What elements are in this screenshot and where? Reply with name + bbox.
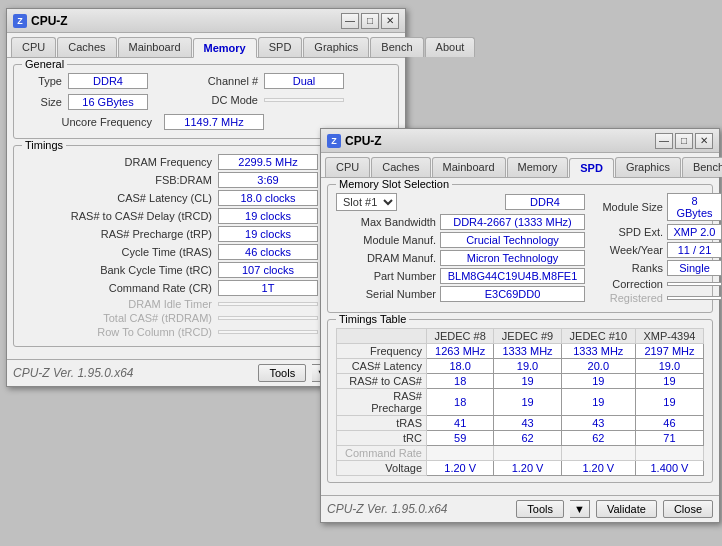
rascas-label: RAS# to CAS# — [337, 374, 427, 389]
tab-cpu-1[interactable]: CPU — [11, 37, 56, 57]
voltage-row: Voltage 1.20 V 1.20 V 1.20 V 1.400 V — [337, 461, 704, 476]
tab-graphics-1[interactable]: Graphics — [303, 37, 369, 57]
rascas-xmp: 19 — [635, 374, 703, 389]
correction-label: Correction — [593, 278, 663, 290]
row-to-col-value — [218, 330, 318, 334]
app-icon-2: Z — [327, 134, 341, 148]
minimize-btn-1[interactable]: — — [341, 13, 359, 29]
tab-spd-1[interactable]: SPD — [258, 37, 303, 57]
tab-mainboard-2[interactable]: Mainboard — [432, 157, 506, 177]
tab-caches-1[interactable]: Caches — [57, 37, 116, 57]
window-controls-1: — □ ✕ — [341, 13, 399, 29]
ranks-label: Ranks — [593, 262, 663, 274]
type-value: DDR4 — [68, 73, 148, 89]
registered-row: Registered — [593, 292, 722, 304]
col-header-jedec8: JEDEC #8 — [427, 329, 494, 344]
part-value: BLM8G44C19U4B.M8FE1 — [440, 268, 585, 284]
module-manuf-label: Module Manuf. — [336, 234, 436, 246]
close-btn-2[interactable]: ✕ — [695, 133, 713, 149]
freq-jedec8: 1263 MHz — [427, 344, 494, 359]
cl-jedec9: 19.0 — [494, 359, 561, 374]
window-controls-2: — □ ✕ — [655, 133, 713, 149]
rp-xmp: 19 — [635, 389, 703, 416]
close-btn-1[interactable]: ✕ — [381, 13, 399, 29]
channel-value: Dual — [264, 73, 344, 89]
slot-selector-row: Slot #1 Slot #2 Slot #3 Slot #4 DDR4 — [336, 193, 585, 211]
trc-label: Bank Cycle Time (tRC) — [22, 264, 212, 276]
spd-ext-label: SPD Ext. — [593, 226, 663, 238]
voltage-xmp: 1.400 V — [635, 461, 703, 476]
type-label: Type — [22, 75, 62, 87]
slot-type-value: DDR4 — [505, 194, 585, 210]
tab-graphics-2[interactable]: Graphics — [615, 157, 681, 177]
week-year-row: Week/Year 11 / 21 — [593, 242, 722, 258]
tab-memory-2[interactable]: Memory — [507, 157, 569, 177]
cr-jedec10 — [561, 446, 635, 461]
cr-row-t: Command Rate — [337, 446, 704, 461]
fsb-value: 3:69 — [218, 172, 318, 188]
tab-spd-2[interactable]: SPD — [569, 158, 614, 178]
title-bar-2: Z CPU-Z — □ ✕ — [321, 129, 719, 153]
window-title-2: CPU-Z — [345, 134, 382, 148]
registered-value — [667, 296, 722, 300]
spd-ext-value: XMP 2.0 — [667, 224, 722, 240]
voltage-jedec10: 1.20 V — [561, 461, 635, 476]
minimize-btn-2[interactable]: — — [655, 133, 673, 149]
tras-jedec9: 43 — [494, 416, 561, 431]
type-row: Type DDR4 — [22, 73, 148, 89]
tools-btn-1[interactable]: Tools — [258, 364, 306, 382]
close-btn-bottom-2[interactable]: Close — [663, 500, 713, 518]
trc-jedec8: 59 — [427, 431, 494, 446]
timings-label: Timings — [22, 139, 66, 151]
tab-cpu-2[interactable]: CPU — [325, 157, 370, 177]
slot-group: Memory Slot Selection Slot #1 Slot #2 Sl… — [327, 184, 713, 313]
validate-btn-2[interactable]: Validate — [596, 500, 657, 518]
idle-timer-value — [218, 302, 318, 306]
row-to-col-label: Row To Column (tRCD) — [22, 326, 212, 338]
tab-bar-1: CPU Caches Mainboard Memory SPD Graphics… — [7, 33, 405, 58]
app-icon-1: Z — [13, 14, 27, 28]
tab-caches-2[interactable]: Caches — [371, 157, 430, 177]
trdram-value — [218, 316, 318, 320]
tras-label: Cycle Time (tRAS) — [22, 246, 212, 258]
tras-value: 46 clocks — [218, 244, 318, 260]
slot-select[interactable]: Slot #1 Slot #2 Slot #3 Slot #4 — [336, 193, 397, 211]
tab-memory-1[interactable]: Memory — [193, 38, 257, 58]
title-bar-1: Z CPU-Z — □ ✕ — [7, 9, 405, 33]
tab-bar-2: CPU Caches Mainboard Memory SPD Graphics… — [321, 153, 719, 178]
tras-label-t: tRAS — [337, 416, 427, 431]
spd-ext-row: SPD Ext. XMP 2.0 — [593, 224, 722, 240]
voltage-jedec9: 1.20 V — [494, 461, 561, 476]
voltage-label: Voltage — [337, 461, 427, 476]
correction-row: Correction — [593, 278, 722, 290]
module-size-row: Module Size 8 GBytes — [593, 193, 722, 221]
dram-freq-value: 2299.5 MHz — [218, 154, 318, 170]
timings-table-group: Timings Table JEDEC #8 JEDEC #9 JEDEC #1… — [327, 319, 713, 483]
maximize-btn-2[interactable]: □ — [675, 133, 693, 149]
bottom-bar-2: CPU-Z Ver. 1.95.0.x64 Tools ▼ Validate C… — [321, 495, 719, 522]
col-header-xmp: XMP-4394 — [635, 329, 703, 344]
window-spd: Z CPU-Z — □ ✕ CPU Caches Mainboard Memor… — [320, 128, 720, 523]
maxbw-value: DDR4-2667 (1333 MHz) — [440, 214, 585, 230]
serial-value: E3C69DD0 — [440, 286, 585, 302]
tools-btn-2[interactable]: Tools — [516, 500, 564, 518]
trcd-value: 19 clocks — [218, 208, 318, 224]
tab-bench-2[interactable]: Bench — [682, 157, 722, 177]
trp-value: 19 clocks — [218, 226, 318, 242]
cr-label: Command Rate (CR) — [22, 282, 212, 294]
rp-label: RAS# Precharge — [337, 389, 427, 416]
dram-freq-label: DRAM Frequency — [22, 156, 212, 168]
freq-label: Frequency — [337, 344, 427, 359]
tools-dropdown-2[interactable]: ▼ — [570, 500, 590, 518]
tras-row-t: tRAS 41 43 43 46 — [337, 416, 704, 431]
tab-about-1[interactable]: About — [425, 37, 476, 57]
tab-bench-1[interactable]: Bench — [370, 37, 423, 57]
channel-label: Channel # — [188, 75, 258, 87]
serial-label: Serial Number — [336, 288, 436, 300]
uncore-label: Uncore Frequency — [22, 116, 152, 128]
col-header-jedec9: JEDEC #9 — [494, 329, 561, 344]
maximize-btn-1[interactable]: □ — [361, 13, 379, 29]
tab-mainboard-1[interactable]: Mainboard — [118, 37, 192, 57]
module-manuf-row: Module Manuf. Crucial Technology — [336, 232, 585, 248]
cr-jedec9 — [494, 446, 561, 461]
